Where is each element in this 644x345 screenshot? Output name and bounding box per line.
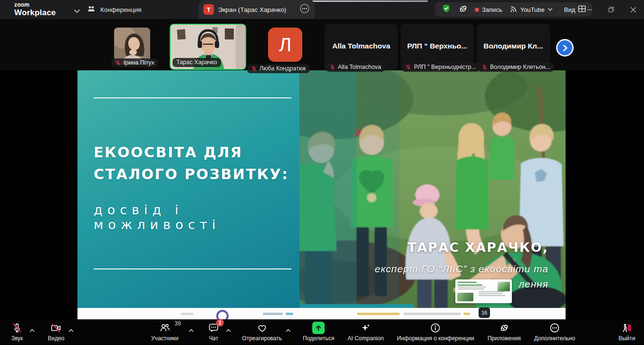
brand-chevron-down-icon[interactable]	[74, 7, 80, 15]
stream-label: YouTube	[520, 6, 545, 13]
participant-name: Люба Кондратюк	[260, 65, 306, 72]
volodymyr-name-chip: Володимир Клетьон...	[478, 63, 554, 72]
heart-reaction-icon	[257, 322, 268, 334]
brand-zoom: zoom	[14, 2, 56, 8]
info-icon	[430, 322, 441, 334]
minimize-button[interactable]	[578, 0, 600, 19]
meeting-status-controls: Запись YouTube Вид	[435, 2, 592, 17]
video-options-caret[interactable]	[68, 319, 76, 334]
participant-display-name: РЛП " Верхньо...	[401, 42, 474, 50]
slide-speaker-name: ТАРАС ХАРАЧКО,	[407, 240, 548, 255]
tab-screen-share-label: Экран (Тарас Харачко)	[218, 6, 295, 13]
participants-button[interactable]: 39 Участники	[147, 319, 182, 344]
irina-name-chip: Ірина Пітух	[111, 58, 158, 67]
toolbar-right-group: Выйти	[615, 319, 639, 345]
tab-conference-label: Конференция	[100, 6, 142, 13]
reactions-options-caret[interactable]	[286, 319, 293, 334]
preview-photo-person	[498, 282, 510, 291]
toolbar-left-group: Звук Видео	[5, 319, 76, 345]
shared-screen-stage: ЕКООСВІТА ДЛЯ СТАЛОГО РОЗВИТКУ: досвід і…	[0, 70, 644, 319]
participant-tile-alla[interactable]: Alla Tolmachova Alla Tolmachova	[325, 24, 398, 70]
slide-teal-bottom-bar	[299, 304, 413, 308]
view-label: Вид	[564, 6, 576, 13]
video-button[interactable]: Видео	[44, 319, 68, 344]
muted-mic-icon	[329, 64, 336, 70]
zoom-meeting-window: zoom Workplace Конференция T Экран (Тара…	[0, 0, 644, 345]
slide-subtitle: досвід і можливості	[94, 202, 299, 232]
leave-meeting-icon	[621, 322, 633, 334]
slide-footer-logos	[77, 308, 566, 319]
zoom-apps-status-icon[interactable]	[458, 4, 468, 16]
chat-unread-badge: 2	[216, 319, 224, 326]
slide-number-badge: 16	[479, 307, 490, 318]
muted-mic-icon	[405, 64, 412, 70]
reactions-button[interactable]: Отреагировать	[238, 319, 286, 344]
slide-divider-bottom	[94, 268, 291, 269]
participant-tile-lyuba[interactable]: Л Люба Кондратюк	[247, 24, 323, 70]
recording-indicator[interactable]: Запись	[475, 6, 502, 13]
alla-name-chip: Alla Tolmachova	[326, 63, 385, 72]
security-shield-icon[interactable]	[441, 3, 452, 16]
audio-button[interactable]: Звук	[5, 319, 29, 344]
share-screen-button[interactable]: Поделиться	[299, 319, 338, 344]
lyuba-name-chip: Люба Кондратюк	[247, 64, 310, 73]
participant-tile-volodymyr[interactable]: Володимир Кл... Володимир Клетьон...	[477, 24, 550, 70]
record-dot-icon	[475, 8, 479, 12]
slide-speaker-role-line1: експерт ГО “ЛІіС” з екоосвіти та	[375, 263, 549, 275]
zoom-apps-icon	[499, 322, 509, 334]
chat-button[interactable]: 2 Чат	[201, 319, 226, 344]
broadcast-icon	[509, 5, 518, 15]
chat-options-caret[interactable]	[226, 319, 233, 334]
window-controls	[578, 0, 644, 19]
muted-mic-icon	[251, 66, 257, 72]
mic-muted-icon	[12, 322, 22, 334]
slide-title-line1: ЕКООСВІТА ДЛЯ	[94, 142, 289, 163]
tab-conference[interactable]: Конференция	[80, 0, 148, 19]
participant-tile-irina[interactable]: Ірина Пітух	[114, 28, 150, 65]
meeting-toolbar: Звук Видео	[0, 319, 644, 345]
leave-button[interactable]: Выйти	[615, 319, 639, 344]
participant-name: РЛП " Верхньодністр...	[414, 64, 476, 70]
participant-display-name: Alla Tolmachova	[325, 42, 398, 50]
taras-name-chip: Тарас Харачко	[173, 58, 221, 67]
participant-name: Володимир Клетьон...	[490, 64, 550, 70]
slide-speaker-role-line2: лення	[519, 278, 548, 290]
tab-options-icon[interactable]	[299, 3, 310, 16]
ai-sparkle-icon	[360, 322, 371, 334]
meeting-info-button[interactable]: Информация о конференции	[393, 319, 478, 344]
participants-icon: 39	[159, 322, 171, 334]
participant-tile-taras[interactable]: Тарас Харачко	[170, 24, 246, 70]
slide-title: ЕКООСВІТА ДЛЯ СТАЛОГО РОЗВИТКУ:	[94, 142, 289, 185]
more-ellipsis-icon	[549, 322, 560, 334]
ai-companion-button[interactable]: AI Companion	[344, 319, 387, 344]
presentation-slide: ЕКООСВІТА ДЛЯ СТАЛОГО РОЗВИТКУ: досвід і…	[77, 70, 566, 319]
slide-title-line2: СТАЛОГО РОЗВИТКУ:	[94, 163, 289, 185]
live-stream-control[interactable]: YouTube	[509, 5, 553, 15]
participant-tile-rlp[interactable]: РЛП " Верхньо... РЛП " Верхньодністр...	[401, 24, 474, 70]
preview-photo-group	[457, 293, 473, 301]
chat-icon: 2	[208, 322, 219, 334]
participants-options-caret[interactable]	[189, 319, 196, 334]
audio-options-caret[interactable]	[29, 319, 37, 334]
participant-display-name: Володимир Кл...	[477, 42, 550, 50]
recording-label: Запись	[482, 6, 502, 13]
brand-workplace: Workplace	[14, 9, 56, 17]
tab-screen-share[interactable]: T Экран (Тарас Харачко)	[199, 0, 315, 19]
zoom-workplace-logo: zoom Workplace	[14, 2, 56, 17]
slide-preview-card	[455, 279, 512, 303]
participant-name: Тарас Харачко	[176, 59, 217, 66]
restore-button[interactable]	[600, 0, 622, 19]
muted-mic-icon	[115, 60, 121, 66]
more-button[interactable]: Дополнительно	[530, 319, 579, 344]
slide-title-panel: ЕКООСВІТА ДЛЯ СТАЛОГО РОЗВИТКУ: досвід і…	[77, 70, 299, 308]
camera-off-icon	[50, 322, 62, 334]
next-participants-page-button[interactable]	[556, 39, 574, 57]
lyuba-avatar: Л	[268, 28, 302, 62]
muted-mic-icon	[481, 64, 488, 70]
close-button[interactable]	[622, 0, 644, 19]
stream-chevron-down-icon	[548, 8, 553, 11]
participants-filmstrip: Ірина Пітух	[0, 19, 644, 70]
share-screen-icon	[312, 322, 325, 334]
rlp-name-chip: РЛП " Верхньодністр...	[402, 63, 480, 72]
apps-button[interactable]: Приложения	[484, 319, 525, 344]
